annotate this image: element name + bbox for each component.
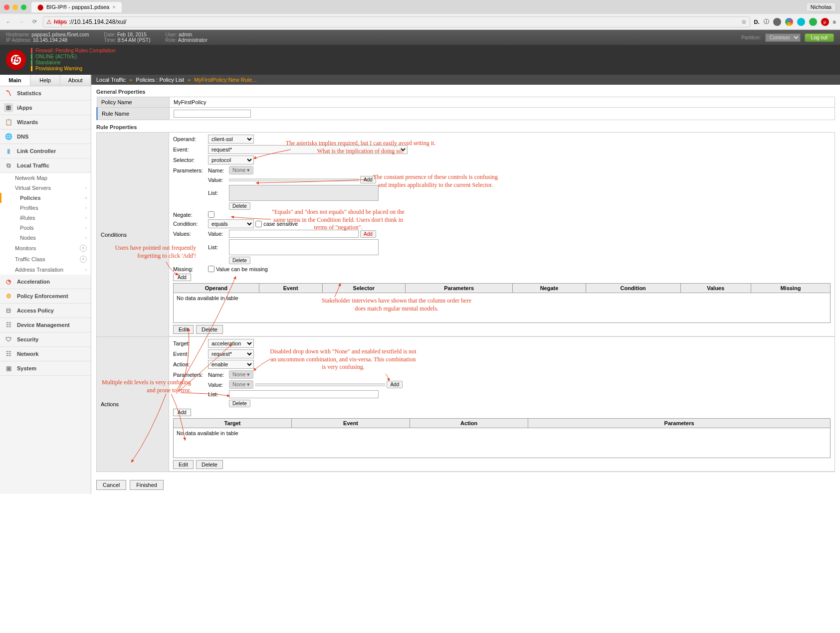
col-a-event[interactable]: Event bbox=[292, 419, 410, 428]
col-a-params[interactable]: Parameters bbox=[528, 419, 831, 428]
nav-statistics[interactable]: 〽Statistics bbox=[0, 86, 91, 101]
nav-local-traffic[interactable]: ⧉Local Traffic bbox=[0, 158, 91, 173]
actions-delete-button[interactable]: Delete bbox=[196, 460, 223, 469]
nav-acceleration[interactable]: ◔Acceleration bbox=[0, 275, 91, 289]
action-value-add[interactable]: Add bbox=[387, 381, 403, 388]
reload-icon[interactable]: ⟳ bbox=[30, 17, 39, 26]
nav-dns[interactable]: 🌐DNS bbox=[0, 130, 91, 144]
partition-select[interactable]: Common bbox=[765, 33, 801, 42]
selector-select[interactable]: protocol bbox=[208, 156, 254, 164]
chevron-right-icon: › bbox=[85, 215, 87, 220]
back-icon[interactable]: ← bbox=[4, 17, 13, 26]
nav-pools[interactable]: Pools› bbox=[0, 223, 91, 233]
values-delete-button[interactable]: Delete bbox=[229, 257, 250, 264]
values-label: Values: bbox=[173, 231, 208, 237]
plus-icon[interactable]: + bbox=[80, 256, 87, 263]
condition-add-button[interactable]: Add bbox=[173, 274, 191, 281]
ext-google-icon[interactable] bbox=[785, 18, 793, 26]
col-target[interactable]: Target bbox=[174, 419, 292, 428]
close-window-icon[interactable] bbox=[4, 4, 9, 10]
tab-main[interactable]: Main bbox=[0, 75, 30, 86]
logout-button[interactable]: Log out bbox=[805, 33, 834, 42]
col-values[interactable]: Values bbox=[680, 284, 751, 293]
nav-wizards[interactable]: 📋Wizards bbox=[0, 115, 91, 130]
finished-button[interactable]: Finished bbox=[130, 480, 164, 490]
values-input[interactable] bbox=[229, 230, 359, 238]
col-condition[interactable]: Condition bbox=[586, 284, 680, 293]
col-a-action[interactable]: Action bbox=[410, 419, 528, 428]
minimize-window-icon[interactable] bbox=[12, 4, 18, 10]
ext-d-icon[interactable]: D. bbox=[754, 19, 760, 25]
col-negate[interactable]: Negate bbox=[513, 284, 586, 293]
nav-access-policy[interactable]: ⊟Access Policy bbox=[0, 304, 91, 318]
bc-3: MyFirstPolicy:New Rule... bbox=[194, 77, 256, 83]
ext-feedly-icon[interactable] bbox=[809, 18, 817, 26]
nav-network[interactable]: ☷Network bbox=[0, 347, 91, 361]
nav-policy-enforcement[interactable]: ⚙Policy Enforcement bbox=[0, 289, 91, 304]
forward-icon[interactable]: → bbox=[17, 17, 26, 26]
actions-edit-button[interactable]: Edit bbox=[173, 460, 194, 469]
nav-virtual-servers[interactable]: Virtual Servers› bbox=[0, 183, 91, 193]
event-select[interactable]: request* bbox=[208, 145, 408, 154]
chevron-right-icon: › bbox=[85, 225, 87, 230]
nav-traffic-class[interactable]: Traffic Class+ bbox=[0, 254, 91, 265]
plus-icon[interactable]: + bbox=[80, 245, 87, 252]
url-bar[interactable]: ⚠ https://10.145.194.248/xui/ ☆ bbox=[43, 16, 750, 27]
tab-help[interactable]: Help bbox=[30, 75, 61, 86]
case-sensitive-checkbox[interactable] bbox=[255, 221, 262, 227]
values-list-box[interactable] bbox=[229, 239, 379, 255]
cancel-button[interactable]: Cancel bbox=[96, 480, 126, 490]
col-selector[interactable]: Selector bbox=[322, 284, 405, 293]
tab-about[interactable]: About bbox=[60, 75, 91, 86]
bc-2[interactable]: Policies : Policy List bbox=[136, 77, 184, 83]
action-select[interactable]: enable bbox=[208, 360, 254, 369]
menu-icon[interactable]: ≡ bbox=[833, 19, 836, 25]
ip-value: 10.145.194.248 bbox=[33, 37, 68, 43]
f5-logo-icon: f5 bbox=[6, 50, 26, 70]
nav-system[interactable]: ▣System bbox=[0, 361, 91, 376]
ext-pocket-icon[interactable] bbox=[797, 18, 805, 26]
param-value-add-button[interactable]: Add bbox=[360, 176, 376, 183]
values-add-button[interactable]: Add bbox=[360, 230, 376, 238]
nav-network-map[interactable]: Network Map bbox=[0, 173, 91, 183]
col-operand[interactable]: Operand bbox=[174, 284, 259, 293]
nav-policies[interactable]: Policies› bbox=[0, 193, 91, 203]
action-event-select[interactable]: request* bbox=[208, 349, 254, 358]
operand-select[interactable]: client-ssl bbox=[208, 135, 254, 144]
condition-select[interactable]: equals bbox=[208, 219, 254, 228]
action-list-input[interactable] bbox=[229, 390, 379, 398]
ext-evernote-icon[interactable] bbox=[773, 18, 781, 26]
negate-checkbox[interactable] bbox=[208, 211, 214, 218]
browser-tab[interactable]: ⬤ BIG-IP® - pappas1.pdsea × bbox=[31, 2, 122, 12]
missing-checkbox[interactable] bbox=[208, 266, 214, 272]
nav-profiles[interactable]: Profiles› bbox=[0, 203, 91, 213]
nav-iapps[interactable]: ⊞iApps bbox=[0, 101, 91, 115]
nav-security[interactable]: 🛡Security bbox=[0, 332, 91, 347]
ext-info-icon[interactable]: ⓘ bbox=[764, 18, 769, 25]
action-add-button[interactable]: Add bbox=[173, 409, 191, 416]
param-delete-button[interactable]: Delete bbox=[229, 202, 250, 210]
conditions-delete-button[interactable]: Delete bbox=[196, 325, 223, 334]
conditions-edit-button[interactable]: Edit bbox=[173, 325, 194, 334]
nav-monitors[interactable]: Monitors+ bbox=[0, 243, 91, 254]
nav-device-management[interactable]: ☷Device Management bbox=[0, 318, 91, 332]
nav-irules[interactable]: iRules› bbox=[0, 213, 91, 223]
nav-nodes[interactable]: Nodes› bbox=[0, 233, 91, 243]
tab-close-icon[interactable]: × bbox=[112, 4, 115, 10]
bookmark-star-icon[interactable]: ☆ bbox=[741, 18, 747, 25]
bc-1[interactable]: Local Traffic bbox=[96, 77, 126, 83]
role-value: Administrator bbox=[178, 37, 208, 43]
col-event[interactable]: Event bbox=[259, 284, 322, 293]
chevron-right-icon: › bbox=[85, 195, 87, 200]
chrome-user-badge[interactable]: Nicholas bbox=[806, 2, 836, 11]
target-select[interactable]: acceleration bbox=[208, 339, 254, 348]
col-missing[interactable]: Missing bbox=[751, 284, 830, 293]
maximize-window-icon[interactable] bbox=[21, 4, 26, 10]
nav-address-translation[interactable]: Address Translation› bbox=[0, 265, 91, 275]
nav-link-controller[interactable]: ▮Link Controller bbox=[0, 144, 91, 158]
ext-ublock-icon[interactable]: μ bbox=[821, 18, 829, 26]
col-parameters[interactable]: Parameters bbox=[406, 284, 513, 293]
action-list-delete[interactable]: Delete bbox=[229, 400, 250, 407]
rule-name-input[interactable] bbox=[174, 110, 251, 118]
wizards-icon: 📋 bbox=[4, 118, 13, 127]
